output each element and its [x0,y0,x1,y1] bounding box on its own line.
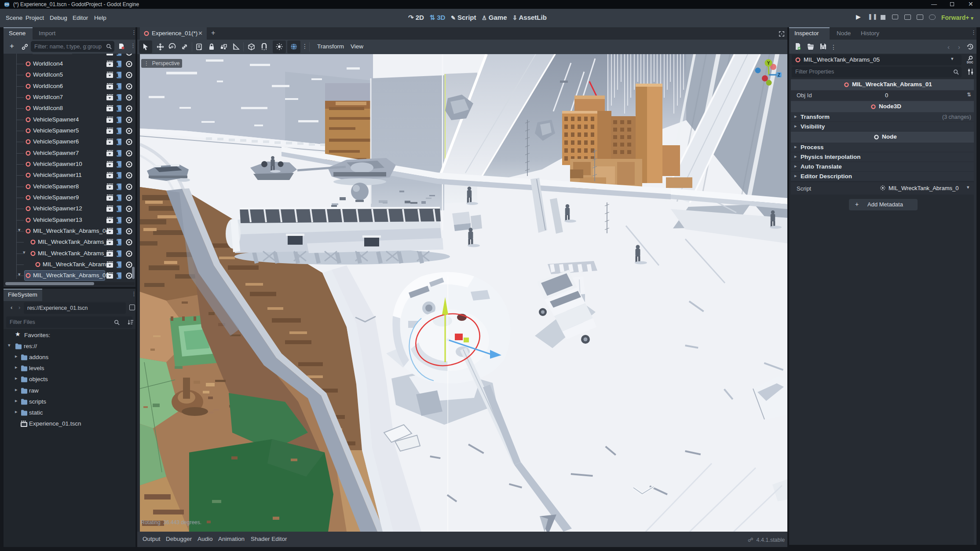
svg-text:DOC: DOC [967,61,973,64]
svg-text:Y: Y [767,61,770,66]
svg-text:Z: Z [778,73,780,77]
